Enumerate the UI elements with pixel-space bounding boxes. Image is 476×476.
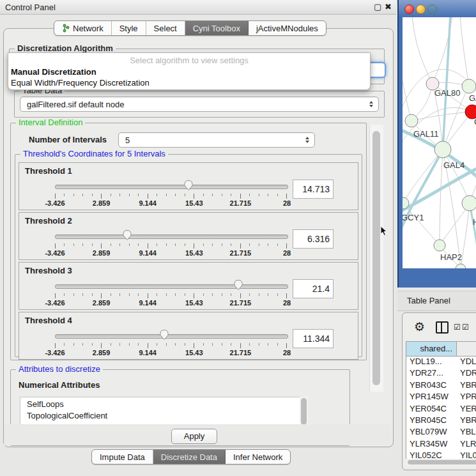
slider-thumb[interactable] <box>122 229 132 243</box>
attribute-list-item[interactable]: SelfLoops <box>27 399 305 410</box>
slider-track[interactable] <box>55 284 288 289</box>
cell-name[interactable]: YPR1 <box>457 392 476 403</box>
network-node[interactable] <box>434 240 445 251</box>
network-node[interactable] <box>462 79 476 93</box>
tab-network[interactable]: Network <box>54 21 112 35</box>
tick-label: 9.144 <box>139 249 157 257</box>
tick-label: 28 <box>283 299 291 307</box>
tab-cyni-toolbox[interactable]: Cyni Toolbox <box>185 21 249 35</box>
table-panel-toolbar: ⚙ ☑ ☑ <box>403 313 476 340</box>
table-horizontal-scrollbar[interactable] <box>406 459 476 466</box>
cell-shared-name[interactable]: YER054C <box>406 404 457 415</box>
cell-name[interactable]: YBR0 <box>457 380 476 392</box>
stepper-arrows-icon <box>366 101 376 107</box>
table-row[interactable]: YBR043CYBR0 <box>406 380 476 392</box>
table-row[interactable]: YBR045CYBR0 <box>406 415 476 427</box>
column-header-shared-name[interactable]: shared... <box>406 342 457 356</box>
tick-label: 21.715 <box>230 249 252 257</box>
slider-track[interactable] <box>55 185 288 189</box>
num-intervals-value: 5 <box>119 135 302 145</box>
slider-track[interactable] <box>55 334 288 339</box>
table-row[interactable]: YDR27...YDR2 <box>406 368 476 380</box>
cell-name[interactable]: YLR3 <box>457 439 476 450</box>
slider-thumb[interactable] <box>184 180 194 193</box>
attributes-list-scrollbar[interactable] <box>300 397 308 426</box>
table-row[interactable]: YDL19...YDL1 <box>406 357 476 368</box>
table-data-combobox[interactable]: galFiltered.sif default node <box>20 96 379 112</box>
tab-jactivemnodules[interactable]: jActiveMNodules <box>249 21 326 35</box>
cell-shared-name[interactable]: YBR043C <box>406 380 457 392</box>
num-intervals-label: Number of Intervals <box>29 135 107 144</box>
slider-track[interactable] <box>55 234 288 239</box>
cell-shared-name[interactable]: YDR27... <box>406 368 457 380</box>
network-node[interactable] <box>434 141 451 158</box>
tab-select[interactable]: Select <box>146 21 185 35</box>
minimize-traffic-light-icon[interactable] <box>416 4 426 14</box>
table-header-row: shared... n <box>406 342 476 357</box>
float-window-icon[interactable]: ▢ <box>374 2 381 12</box>
table-data-selected: galFiltered.sif default node <box>20 100 366 109</box>
tick-label: 28 <box>283 349 291 357</box>
tab-label: Style <box>119 24 138 33</box>
threshold-slider[interactable]: -3.4262.8599.14415.4321.71528 <box>55 231 287 255</box>
cell-shared-name[interactable]: YLR345W <box>406 439 457 450</box>
close-traffic-light-icon[interactable] <box>404 4 414 14</box>
control-panel-title: Control Panel <box>5 3 56 12</box>
table-row[interactable]: YLR345WYLR3 <box>406 439 476 450</box>
zoom-traffic-light-icon[interactable] <box>427 4 437 14</box>
threshold-value-field[interactable]: 21.4 <box>293 279 334 298</box>
cell-name[interactable]: YDL1 <box>457 357 476 368</box>
network-node[interactable] <box>462 196 476 211</box>
threshold-label: Threshold 1 <box>25 166 72 176</box>
cell-shared-name[interactable]: YBR045C <box>406 415 457 427</box>
major-tick-marks <box>55 243 287 249</box>
threshold-value-field[interactable]: 6.316 <box>293 229 334 249</box>
threshold-slider[interactable]: -3.4262.8599.14415.4321.71528 <box>55 280 287 305</box>
network-icon <box>62 24 70 33</box>
threshold-label: Threshold 3 <box>25 266 72 275</box>
column-header-name[interactable]: n <box>457 342 476 356</box>
checkbox-icon[interactable]: ☑ <box>462 323 469 332</box>
cell-name[interactable]: YBL0 <box>457 427 476 438</box>
num-intervals-combobox[interactable]: 5 <box>118 132 315 148</box>
checkbox-icon[interactable]: ☑ <box>454 323 461 332</box>
cell-shared-name[interactable]: YDL19... <box>406 357 457 368</box>
threshold-slider[interactable]: -3.4262.8599.14415.4321.71528 <box>55 181 287 205</box>
tab-impute-data[interactable]: Impute Data <box>92 450 153 464</box>
cell-shared-name[interactable]: YBL079W <box>406 427 457 438</box>
major-tick-marks <box>55 293 287 298</box>
threshold-box: Threshold 2-3.4262.8599.14415.4321.71528… <box>19 212 358 260</box>
dropdown-option-equal-width[interactable]: Equal Width/Frequency Discretization <box>8 77 370 88</box>
tab-style[interactable]: Style <box>112 21 146 35</box>
cell-name[interactable]: YBR0 <box>457 415 476 427</box>
columns-icon[interactable] <box>436 321 449 334</box>
tab-label: Select <box>154 24 177 33</box>
tick-label: 9.144 <box>139 299 157 307</box>
threshold-value-field[interactable]: 11.344 <box>293 329 334 348</box>
gear-icon[interactable]: ⚙ <box>414 319 425 334</box>
apply-button[interactable]: Apply <box>171 429 217 444</box>
tab-label: Impute Data <box>100 452 145 462</box>
threshold-value-field[interactable]: 14.713 <box>293 180 334 199</box>
settings-vertical-scrollbar[interactable] <box>369 125 383 392</box>
network-view-window: GAL80GACGAL11GAL4GCY1HHAP2 <box>397 0 476 288</box>
dropdown-option-manual[interactable]: Manual Discretization <box>8 66 370 77</box>
table-row[interactable]: YBL079WYBL0 <box>406 427 476 438</box>
cell-name[interactable]: YDR2 <box>457 368 476 380</box>
close-window-icon[interactable]: ✖ <box>385 2 392 12</box>
node-table: shared... n YDL19...YDL1YDR27...YDR2YBR0… <box>406 341 476 463</box>
tab-infer-network[interactable]: Infer Network <box>226 450 290 464</box>
network-canvas[interactable]: GAL80GACGAL11GAL4GCY1HHAP2 <box>403 17 476 268</box>
threshold-box: Threshold 1-3.4262.8599.14415.4321.71528… <box>19 162 358 210</box>
cell-shared-name[interactable]: YPR145W <box>406 392 457 403</box>
slider-thumb[interactable] <box>159 329 169 342</box>
table-row[interactable]: YPR145WYPR1 <box>406 392 476 403</box>
network-node[interactable] <box>405 114 418 127</box>
threshold-slider[interactable]: -3.4262.8599.14415.4321.71528 <box>55 330 287 355</box>
slider-thumb[interactable] <box>233 279 243 293</box>
table-row[interactable]: YER054CYER0 <box>406 404 476 415</box>
attribute-list-item[interactable]: TopologicalCoefficient <box>27 410 305 422</box>
cell-name[interactable]: YER0 <box>457 404 476 415</box>
tab-discretize-data[interactable]: Discretize Data <box>153 450 226 464</box>
threshold-label: Threshold 2 <box>25 216 72 226</box>
